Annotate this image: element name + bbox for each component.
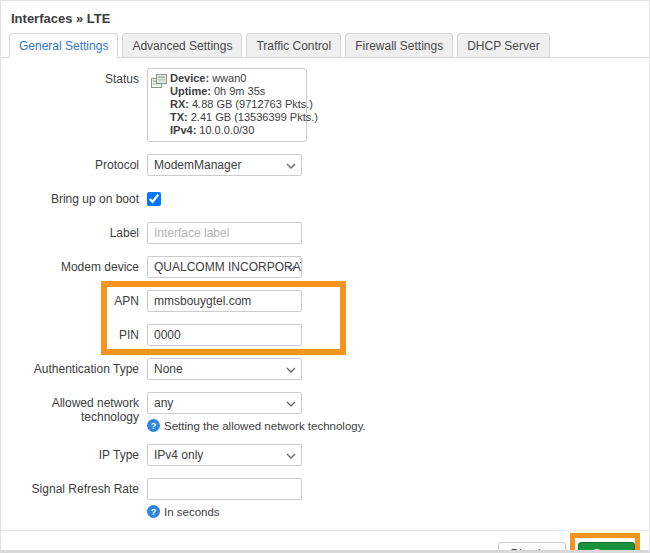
authentication-type-select-value: None — [154, 362, 183, 376]
help-text: Setting the allowed network technology. — [164, 420, 366, 432]
tab-dhcp-server[interactable]: DHCP Server — [457, 33, 549, 58]
network-technology-select[interactable]: any — [147, 392, 302, 414]
apn-pin-group: APN PIN — [1, 290, 649, 346]
form-row-protocol: Protocol ModemManager — [1, 154, 649, 176]
status-line-uptime: Uptime:0h 9m 35s — [170, 85, 318, 98]
bring-up-on-boot-checkbox[interactable] — [147, 192, 161, 206]
status-line-device: Device:wwan0 — [170, 72, 318, 85]
chevron-down-icon — [286, 163, 296, 169]
field-label-pin: PIN — [1, 324, 147, 342]
chevron-down-icon — [286, 265, 296, 271]
field-label-ip-type: IP Type — [1, 444, 147, 462]
ip-type-select-value: IPv4 only — [154, 448, 203, 462]
form-row-authentication-type: Authentication Type None — [1, 358, 649, 380]
dismiss-button[interactable]: Dismiss — [498, 542, 566, 553]
field-label-label: Label — [1, 222, 147, 240]
status-line-ipv4: IPv4:10.0.0.0/30 — [170, 124, 318, 137]
field-label-authentication-type: Authentication Type — [1, 358, 147, 376]
status-line-rx: RX:4.88 GB (9712763 Pkts.) — [170, 98, 318, 111]
status-line-tx: TX:2.41 GB (13536399 Pkts.) — [170, 111, 318, 124]
field-label-bring-up-on-boot: Bring up on boot — [1, 188, 147, 206]
tab-advanced-settings[interactable]: Advanced Settings — [122, 33, 242, 58]
interface-settings-modal: Interfaces » LTE General Settings Advanc… — [0, 0, 650, 553]
ip-type-select[interactable]: IPv4 only — [147, 444, 302, 466]
save-button-group: Save — [578, 542, 635, 553]
protocol-select-value: ModemManager — [154, 158, 241, 172]
field-label-apn: APN — [1, 290, 147, 308]
signal-refresh-rate-help: ? In seconds — [147, 505, 302, 518]
authentication-type-select[interactable]: None — [147, 358, 302, 380]
interface-label-input[interactable] — [147, 222, 302, 244]
tab-bar: General Settings Advanced Settings Traff… — [1, 26, 649, 58]
tab-general-settings[interactable]: General Settings — [9, 33, 118, 58]
modem-device-select-value: QUALCOMM INCORPORATE — [154, 260, 302, 274]
modal-footer: Dismiss Save — [1, 530, 649, 553]
help-icon: ? — [147, 419, 160, 432]
form-row-ip-type: IP Type IPv4 only — [1, 444, 649, 466]
form-row-modem-device: Modem device QUALCOMM INCORPORATE — [1, 256, 649, 278]
field-label-status: Status — [1, 68, 147, 86]
field-label-signal-refresh-rate: Signal Refresh Rate — [1, 478, 147, 496]
network-technology-select-value: any — [154, 396, 173, 410]
modem-device-select[interactable]: QUALCOMM INCORPORATE — [147, 256, 302, 278]
chevron-down-icon — [286, 367, 296, 373]
form-row-apn: APN — [1, 290, 649, 312]
protocol-select[interactable]: ModemManager — [147, 154, 302, 176]
form-row-status: Status Device:wwan0 Uptime:0h 9m 35s — [1, 68, 649, 142]
save-button[interactable]: Save — [578, 542, 635, 553]
ethernet-interface-icon — [151, 74, 167, 92]
chevron-down-icon — [286, 401, 296, 407]
apn-input[interactable] — [147, 290, 302, 312]
chevron-down-icon — [286, 453, 296, 459]
status-lines: Device:wwan0 Uptime:0h 9m 35s RX:4.88 GB… — [170, 72, 318, 137]
tab-traffic-control[interactable]: Traffic Control — [246, 33, 341, 58]
interface-status-box: Device:wwan0 Uptime:0h 9m 35s RX:4.88 GB… — [147, 68, 307, 142]
form-row-pin: PIN — [1, 324, 649, 346]
form-row-signal-refresh-rate: Signal Refresh Rate ? In seconds — [1, 478, 649, 518]
field-label-modem-device: Modem device — [1, 256, 147, 274]
tab-firewall-settings[interactable]: Firewall Settings — [345, 33, 453, 58]
pin-input[interactable] — [147, 324, 302, 346]
help-icon: ? — [147, 505, 160, 518]
help-text: In seconds — [164, 506, 220, 518]
signal-refresh-rate-input[interactable] — [147, 478, 302, 500]
field-label-network-technology: Allowed network technology — [1, 392, 147, 424]
field-label-protocol: Protocol — [1, 154, 147, 172]
general-settings-form: Status Device:wwan0 Uptime:0h 9m 35s — [1, 58, 649, 518]
form-row-label: Label — [1, 222, 649, 244]
form-row-network-technology: Allowed network technology any ? Setting… — [1, 392, 649, 432]
page-title: Interfaces » LTE — [1, 1, 649, 26]
form-row-bring-up-on-boot: Bring up on boot — [1, 188, 649, 206]
network-technology-help: ? Setting the allowed network technology… — [147, 419, 366, 432]
